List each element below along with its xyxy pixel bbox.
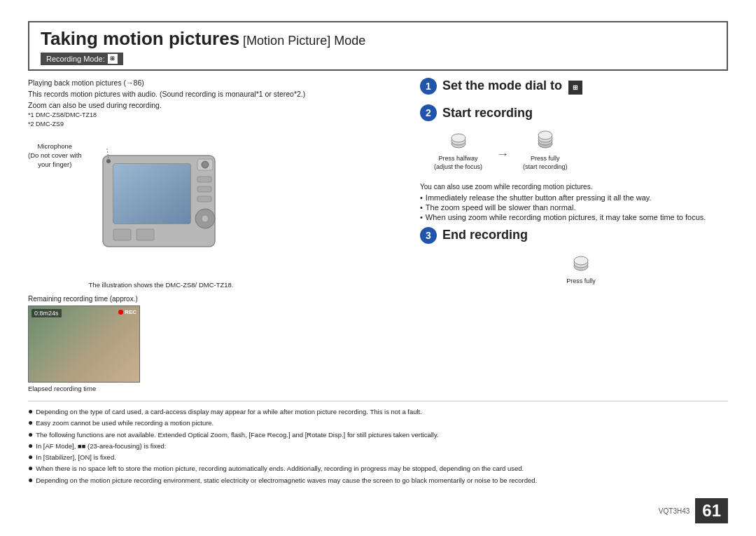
mode-icon: ⊞ bbox=[108, 54, 118, 64]
camera-illustration: The illustration shows the DMC-ZS8/ DMC-… bbox=[89, 135, 243, 289]
intro-line2: This records motion pictures with audio.… bbox=[28, 89, 406, 100]
rec-dot bbox=[118, 310, 123, 315]
camera-section: Microphone (Do not cover with your finge… bbox=[28, 135, 406, 289]
main-content: Playing back motion pictures (→86) This … bbox=[28, 78, 728, 392]
recording-mode-label: Recording Mode: bbox=[46, 55, 105, 63]
svg-point-4 bbox=[202, 161, 209, 168]
microphone-label: Microphone (Do not cover with your finge… bbox=[28, 142, 82, 170]
bottom-note-0: ● Depending on the type of card used, a … bbox=[28, 407, 728, 416]
time-code-overlay: 0:8m24s bbox=[31, 309, 62, 317]
end-recording-caption: Press fully bbox=[566, 277, 596, 286]
page-number: 61 bbox=[695, 498, 728, 523]
right-column: 1 Set the mode dial to ⊞ 2 Start recordi… bbox=[420, 78, 728, 392]
step2-title: Start recording bbox=[442, 106, 533, 121]
svg-rect-6 bbox=[197, 186, 211, 192]
end-recording-icon bbox=[568, 249, 594, 275]
bottom-note-1: ● Easy zoom cannot be used while recordi… bbox=[28, 418, 728, 427]
note-text-3: When using zoom while recording motion p… bbox=[426, 213, 706, 221]
page-title: Taking motion pictures [Motion Picture] … bbox=[41, 28, 715, 50]
bottom-note-4: ● In [Stabilizer], [ON] is fixed. bbox=[28, 453, 728, 462]
zoom-note-intro: You can also use zoom while recording mo… bbox=[420, 181, 728, 192]
svg-rect-2 bbox=[113, 164, 190, 224]
camera-svg bbox=[89, 135, 243, 275]
svg-point-20 bbox=[538, 131, 552, 139]
bottom-note-5: ● When there is no space left to store t… bbox=[28, 464, 728, 473]
zoom-notes: You can also use zoom while recording mo… bbox=[420, 181, 728, 221]
bottom-note-6: ● Depending on the motion picture record… bbox=[28, 476, 728, 485]
shutter-halfway-caption: Press halfway (adjust the focus) bbox=[434, 155, 482, 171]
note-bullet-2: • The zoom speed will be slower than nor… bbox=[420, 203, 728, 212]
note-bullet-1: • Immediately release the shutter button… bbox=[420, 193, 728, 202]
remaining-label: Remaining recording time (approx.) bbox=[28, 295, 406, 303]
step3-title: End recording bbox=[442, 228, 528, 242]
arrow-right-icon: → bbox=[496, 147, 509, 162]
header-box: Taking motion pictures [Motion Picture] … bbox=[28, 21, 728, 71]
svg-point-23 bbox=[574, 256, 588, 265]
svg-rect-5 bbox=[197, 177, 211, 182]
shutter-full-btn: Press fully (start recording) bbox=[523, 127, 568, 171]
intro-line1: Playing back motion pictures (→86) bbox=[28, 78, 406, 89]
shutter-halfway-icon bbox=[446, 127, 471, 152]
svg-rect-10 bbox=[113, 229, 131, 240]
page-code: VQT3H43 bbox=[659, 507, 690, 515]
bottom-note-2: ● The following functions are not availa… bbox=[28, 430, 728, 439]
step1-number: 1 bbox=[420, 78, 437, 95]
step2-number: 2 bbox=[420, 104, 437, 121]
intro-line3: Zoom can also be used during recording. bbox=[28, 100, 406, 111]
shutter-full-caption: Press fully (start recording) bbox=[523, 155, 568, 171]
step1-title: Set the mode dial to ⊞ bbox=[442, 78, 582, 95]
shutter-halfway-btn: Press halfway (adjust the focus) bbox=[434, 127, 482, 171]
title-bold: Taking motion pictures bbox=[41, 28, 239, 49]
thumb-background bbox=[29, 306, 139, 382]
footnote1: *1 DMC-ZS8/DMC-TZ18 bbox=[28, 111, 406, 120]
recording-thumbnail: 0:8m24s REC bbox=[28, 305, 140, 383]
svg-point-9 bbox=[202, 215, 209, 222]
page: Taking motion pictures [Motion Picture] … bbox=[0, 0, 756, 536]
bottom-notes: ● Depending on the type of card used, a … bbox=[28, 401, 728, 485]
rec-indicator: REC bbox=[118, 309, 136, 315]
note-text-1: Immediately release the shutter button a… bbox=[426, 193, 652, 202]
footnote2: *2 DMC-ZS9 bbox=[28, 120, 406, 129]
intro-text: Playing back motion pictures (→86) This … bbox=[28, 78, 406, 128]
recording-mode-bar: Recording Mode: ⊞ bbox=[41, 53, 123, 65]
step2-section: 2 Start recording Press halfway (adjust … bbox=[420, 104, 728, 171]
note-bullet-3: • When using zoom while recording motion… bbox=[420, 213, 728, 221]
title-normal: [Motion Picture] Mode bbox=[239, 34, 365, 48]
step1-header: 1 Set the mode dial to ⊞ bbox=[420, 78, 728, 95]
left-column: Playing back motion pictures (→86) This … bbox=[28, 78, 420, 392]
camera-caption: The illustration shows the DMC-ZS8/ DMC-… bbox=[89, 280, 243, 289]
rec-text: REC bbox=[125, 309, 136, 315]
bottom-note-3: ● In [AF Mode], ■■ (23-area-focusing) is… bbox=[28, 441, 728, 451]
svg-rect-11 bbox=[136, 229, 154, 240]
elapsed-label: Elapsed recording time bbox=[28, 385, 406, 392]
step3-number: 3 bbox=[420, 227, 437, 244]
page-number-area: VQT3H43 61 bbox=[659, 498, 728, 523]
step3-button: Press fully bbox=[434, 249, 728, 286]
step3-header: 3 End recording bbox=[420, 227, 728, 244]
svg-point-16 bbox=[451, 134, 465, 142]
note-text-2: The zoom speed will be slower than norma… bbox=[426, 203, 576, 212]
step1-section: 1 Set the mode dial to ⊞ bbox=[420, 78, 728, 95]
shutter-full-icon bbox=[533, 127, 558, 152]
mode-dial-icon: ⊞ bbox=[568, 81, 582, 95]
shutter-buttons: Press halfway (adjust the focus) → bbox=[434, 127, 728, 171]
step2-header: 2 Start recording bbox=[420, 104, 728, 121]
svg-point-12 bbox=[106, 159, 111, 163]
step3-section: 3 End recording Press fully bbox=[420, 227, 728, 286]
svg-rect-7 bbox=[197, 196, 211, 202]
